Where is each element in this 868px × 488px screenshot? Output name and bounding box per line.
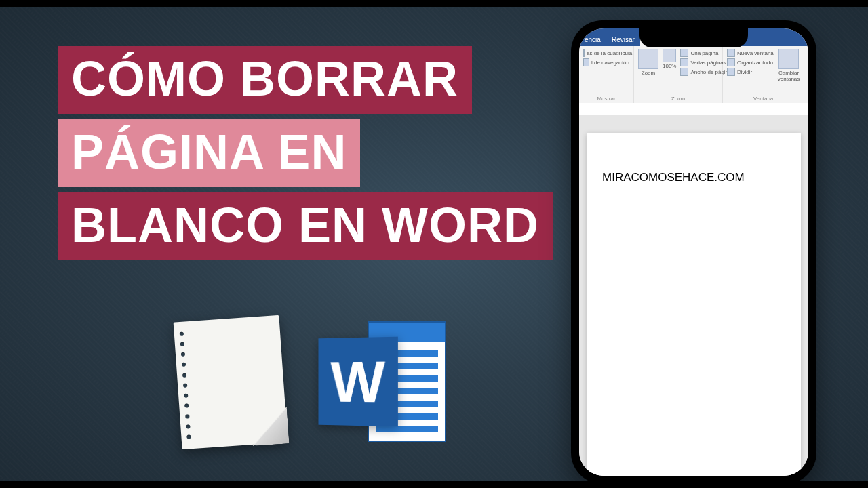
magnifier-icon [638, 49, 658, 69]
ribbon-group-mostrar: as de la cuadrícula l de navegación Most… [579, 46, 634, 103]
title-line-3: BLANCO EN WORD [58, 192, 553, 260]
group-label-mostrar: Mostrar [583, 93, 629, 102]
btn-dividir[interactable]: Dividir [727, 68, 774, 76]
thumbnail-background: CÓMO BORRAR PÁGINA EN BLANCO EN WORD W e… [0, 0, 868, 488]
cambiar-ventanas-button[interactable]: Cambiar ventanas [778, 49, 800, 83]
zoom-button[interactable]: Zoom [638, 49, 658, 77]
chk-lineas-cuadricula[interactable]: as de la cuadrícula [583, 49, 629, 57]
ribbon-group-zoom: Zoom 100% Una página Varias páginas Anch… [634, 46, 723, 103]
notebook-paper-icon [174, 315, 288, 449]
ribbon-group-ventana: Nueva ventana Organizar todo Dividir Cam… [723, 46, 804, 103]
group-label-ventana: Ventana [727, 93, 800, 102]
border-top [0, 0, 868, 7]
btn-organizar-todo[interactable]: Organizar todo [727, 58, 774, 66]
zoom-100-button[interactable]: 100% [663, 49, 676, 70]
switch-windows-icon [778, 49, 799, 69]
ribbon-tab-revisar[interactable]: Revisar [606, 33, 640, 46]
word-page[interactable]: MIRACOMOSEHACE.COM [587, 133, 801, 476]
title-block: CÓMO BORRAR PÁGINA EN BLANCO EN WORD [58, 46, 553, 260]
text-cursor [599, 172, 599, 184]
word-ribbon-body: as de la cuadrícula l de navegación Most… [579, 46, 808, 104]
btn-nueva-ventana[interactable]: Nueva ventana [727, 49, 774, 57]
ribbon-group-macros: Macros Macros [804, 46, 808, 103]
phone-screen: encia Revisar Vista as de la cuadrícula … [579, 28, 808, 476]
mostrar-checkboxes: as de la cuadrícula l de navegación [583, 49, 629, 66]
title-line-1: CÓMO BORRAR [58, 46, 472, 114]
ventana-options: Nueva ventana Organizar todo Dividir [727, 49, 774, 76]
word-ruler [579, 103, 808, 116]
ms-word-icon: W [317, 319, 446, 445]
chk-panel-navegacion[interactable]: l de navegación [583, 58, 629, 66]
word-w-letter: W [330, 348, 385, 415]
phone-mockup: encia Revisar Vista as de la cuadrícula … [571, 20, 816, 484]
ribbon-tab-referencia[interactable]: encia [579, 33, 606, 46]
percent-icon [663, 49, 676, 62]
group-label-zoom: Zoom [638, 93, 718, 102]
document-text: MIRACOMOSEHACE.COM [602, 171, 745, 184]
word-document-area: MIRACOMOSEHACE.COM [579, 115, 808, 476]
title-line-2: PÁGINA EN [58, 119, 360, 187]
phone-notch [639, 28, 748, 47]
word-logo-square: W [319, 337, 398, 427]
